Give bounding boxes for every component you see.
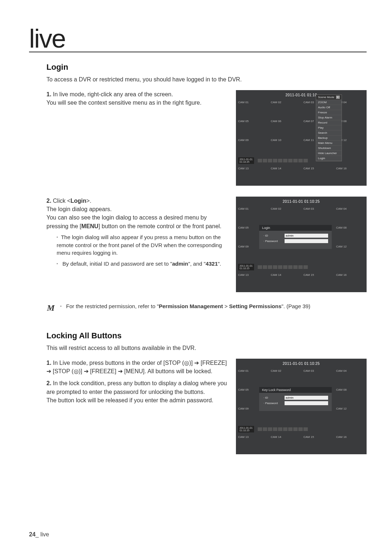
login-step-1-text: 1. In live mode, right-click any area of… — [46, 90, 229, 186]
launcher-timestamp: 2011-01-0101:10:25 — [238, 264, 254, 270]
launcher-icons — [258, 159, 308, 162]
cam-cell: CAM 08 — [334, 387, 367, 406]
layout-icon[interactable] — [258, 265, 262, 269]
intro-locking: This will restrict access to all buttons… — [46, 345, 367, 351]
id-input[interactable]: admin — [285, 234, 328, 238]
context-menu[interactable]: Scene Mode▸ ZOOM Audio Off Freeze Stop A… — [316, 94, 342, 161]
step-number: 2. — [46, 380, 51, 386]
intro-login: To access a DVR or restricted menu, you … — [46, 76, 367, 83]
launcher-bar: 2011-01-0101:10:25 — [236, 424, 367, 434]
footer-section: _ live — [36, 531, 49, 537]
layout-icon[interactable] — [258, 159, 262, 162]
layout-icon[interactable] — [263, 427, 267, 431]
cam-cell: CAM 08 — [334, 225, 367, 243]
lock-steps-text: 1. In Live mode, press buttons in the or… — [46, 359, 229, 454]
launcher-timestamp: 2011-01-0101:10:25 — [238, 157, 254, 164]
id-input[interactable]: admin — [285, 396, 328, 400]
dvr-clock: 2011-01-01 01:10 — [236, 93, 367, 97]
layout-icon[interactable] — [298, 427, 303, 431]
cam-cell: CAM 13 — [236, 165, 269, 184]
layout-icon[interactable] — [278, 159, 282, 162]
context-menu-item[interactable]: Play — [316, 125, 342, 130]
layout-icon[interactable] — [263, 265, 267, 269]
cam-cell: CAM 10 — [269, 137, 301, 156]
layout-icon[interactable] — [283, 265, 287, 269]
cam-cell: CAM 13 — [236, 272, 269, 291]
cam-cell: CAM 15 — [301, 272, 334, 291]
context-menu-item[interactable]: Freeze — [316, 110, 342, 115]
layout-icon[interactable] — [273, 427, 277, 431]
heading-login: Login — [46, 63, 367, 72]
step-number: 1. — [46, 91, 51, 97]
context-menu-item[interactable]: Login — [316, 156, 342, 161]
launcher-bar: 2011-01-0101:10:25 — [236, 156, 367, 165]
context-menu-item[interactable]: Hide Launcher — [316, 151, 342, 156]
layout-icon[interactable] — [278, 427, 282, 431]
layout-icon[interactable] — [283, 427, 287, 431]
heading-locking: Locking All Buttons — [46, 331, 367, 341]
section-login: Login To access a DVR or restricted menu… — [29, 63, 367, 313]
cam-cell: CAM 03 — [301, 368, 334, 387]
layout-icon[interactable] — [288, 159, 293, 162]
dvr-clock: 2011-01-01 01:10:25 — [236, 200, 367, 204]
context-menu-item[interactable]: Search — [316, 130, 342, 136]
layout-icon[interactable] — [288, 427, 293, 431]
layout-icon[interactable] — [273, 265, 277, 269]
text: You will see the context sensitive menu … — [46, 100, 201, 106]
dvr-grid: CAM 01 CAM 02 CAM 03 CAM 04 CAM 05 CAM 0… — [236, 99, 367, 184]
context-menu-item[interactable]: Audio Off — [316, 105, 342, 110]
context-menu-item[interactable]: ZOOM — [316, 100, 342, 105]
layout-icon[interactable] — [283, 159, 287, 162]
cam-cell: CAM 09 — [236, 137, 269, 156]
layout-icon[interactable] — [268, 427, 272, 431]
text: The button lock will be released if you … — [46, 397, 213, 403]
cam-cell: CAM 04 — [334, 206, 367, 225]
layout-icon[interactable] — [298, 159, 303, 162]
step-number: 1. — [46, 360, 51, 366]
context-menu-item[interactable]: Backup — [316, 136, 342, 141]
layout-icon[interactable] — [278, 265, 282, 269]
password-input[interactable] — [285, 239, 328, 243]
layout-icon[interactable] — [293, 427, 298, 431]
cam-cell: CAM 14 — [269, 272, 301, 291]
layout-icon[interactable] — [268, 159, 272, 162]
layout-icon[interactable] — [303, 265, 308, 269]
note-text: For the restricted permission, refer to … — [60, 303, 310, 313]
context-menu-item[interactable]: Stop Alarm — [316, 115, 342, 120]
layout-icon[interactable] — [293, 159, 298, 162]
dvr-screenshot-context-menu: 2011-01-01 01:10 CAM 01 CAM 02 CAM 03 CA… — [236, 90, 367, 186]
layout-icon[interactable] — [288, 265, 293, 269]
cam-cell: CAM 16 — [334, 434, 367, 453]
cam-cell: CAM 03 — [301, 206, 334, 225]
layout-icon[interactable] — [258, 427, 262, 431]
cam-cell: CAM 12 — [334, 406, 367, 424]
lock-steps-row: 1. In Live mode, press buttons in the or… — [46, 359, 367, 454]
cam-cell: CAM 01 — [236, 368, 269, 387]
context-menu-item[interactable]: Main Menu — [316, 141, 342, 146]
context-menu-item[interactable]: Record — [316, 120, 342, 125]
layout-icon[interactable] — [273, 159, 277, 162]
password-input[interactable] — [285, 401, 328, 405]
page-number: 24 — [29, 531, 36, 537]
layout-icon[interactable] — [303, 427, 308, 431]
layout-icon[interactable] — [303, 159, 308, 162]
id-label: · ID — [264, 396, 285, 399]
layout-icon[interactable] — [293, 265, 298, 269]
page-title: live — [29, 25, 367, 52]
text: In Live mode, press buttons in the order… — [46, 360, 227, 374]
cam-cell: CAM 13 — [236, 434, 269, 453]
layout-icon[interactable] — [298, 265, 303, 269]
cam-cell: CAM 16 — [334, 272, 367, 291]
context-menu-header[interactable]: Scene Mode▸ — [316, 95, 342, 100]
layout-icon[interactable] — [268, 265, 272, 269]
launcher-timestamp: 2011-01-0101:10:25 — [238, 426, 254, 432]
cam-cell: CAM 16 — [334, 165, 367, 184]
context-menu-item[interactable]: Shutdown — [316, 146, 342, 151]
login-dialog: Login · ID admin · Password — [259, 225, 332, 249]
cam-cell: CAM 04 — [334, 368, 367, 387]
cam-cell: CAM 02 — [269, 206, 301, 225]
launcher-icons — [258, 427, 308, 431]
cam-cell: CAM 02 — [269, 368, 301, 387]
cam-cell: CAM 01 — [236, 99, 269, 118]
layout-icon[interactable] — [263, 159, 267, 162]
